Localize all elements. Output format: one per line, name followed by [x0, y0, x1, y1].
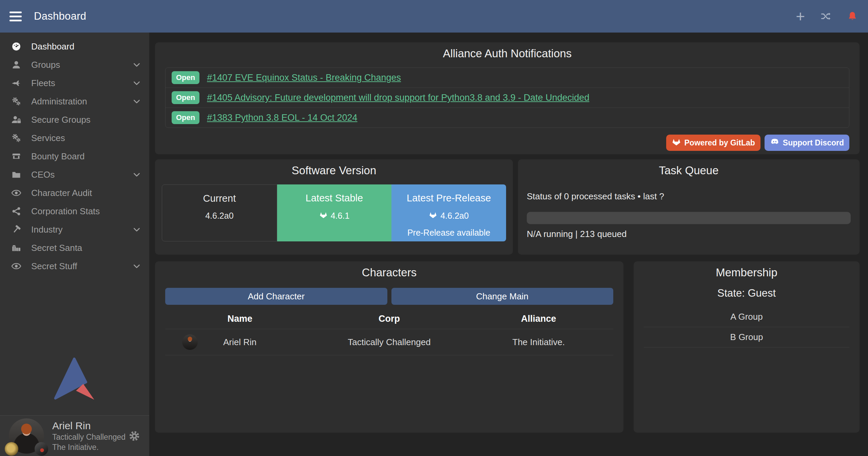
- settings-gear-icon[interactable]: [128, 430, 140, 442]
- sidebar-item-services[interactable]: Services: [0, 129, 149, 147]
- gears-icon: [10, 133, 22, 143]
- sidebar-item-fleets[interactable]: Fleets: [0, 74, 149, 92]
- sidebar-item-label: Secure Groups: [31, 115, 91, 125]
- folder-icon: [10, 170, 22, 180]
- character-row: Ariel RinTactically ChallengedThe Initia…: [165, 329, 613, 355]
- characters-table: NameCorpAlliance Ariel RinTactically Cha…: [165, 310, 613, 355]
- characters-actions: Add Character Change Main: [165, 288, 613, 305]
- sidebar-item-label: Corporation Stats: [31, 206, 100, 217]
- version-box-current: Current4.6.2a0: [162, 184, 277, 241]
- footer-badges: Powered by GitLabSupport Discord: [165, 135, 849, 151]
- character-avatar: [182, 334, 198, 350]
- sidebar-item-label: Dashboard: [31, 41, 74, 52]
- navbar-actions: +: [796, 11, 858, 22]
- version-box-label: Latest Stable: [306, 193, 363, 204]
- user-icon: [10, 60, 22, 70]
- notification-row: Open#1383 Python 3.8 EOL - 14 Oct 2024: [166, 107, 849, 127]
- bell-icon[interactable]: [847, 11, 858, 22]
- characters-panel: Characters Add Character Change Main Nam…: [155, 261, 623, 433]
- top-navbar: Dashboard +: [0, 0, 868, 33]
- chevron-down-icon: [132, 97, 141, 106]
- version-box-label: Current: [203, 193, 236, 204]
- status-badge: Open: [172, 71, 199, 84]
- shuffle-icon[interactable]: [820, 11, 832, 22]
- change-main-button[interactable]: Change Main: [391, 288, 614, 305]
- powered-by-gitlab-badge[interactable]: Powered by GitLab: [666, 135, 760, 151]
- gauge-icon: [10, 41, 22, 52]
- sidebar-nav: DashboardGroupsFleetsAdministrationSecur…: [0, 33, 149, 275]
- task-queue-line: N/A running | 213 queued: [527, 229, 851, 239]
- menu-toggle-icon[interactable]: [9, 12, 22, 21]
- membership-state: State: Guest: [644, 287, 849, 299]
- task-queue-panel: Task Queue Status of 0 processed tasks •…: [518, 159, 860, 255]
- sidebar-item-secure-groups[interactable]: Secure Groups: [0, 111, 149, 129]
- version-box-latest-pre-release: Latest Pre-Release4.6.2a0Pre-Release ava…: [391, 184, 506, 241]
- eye-icon: [10, 261, 22, 271]
- gifts-icon: [10, 243, 22, 253]
- version-boxes: Current4.6.2a0Latest Stable4.6.1Latest P…: [162, 184, 506, 241]
- chevron-down-icon: [132, 225, 141, 234]
- version-value: 4.6.2a0: [429, 211, 468, 221]
- alliance-auth-logo: [0, 356, 149, 401]
- user-avatar: [9, 418, 44, 454]
- characters-table-header: NameCorpAlliance: [165, 310, 613, 329]
- notification-link[interactable]: #1407 EVE Equinox Status - Breaking Chan…: [207, 73, 401, 83]
- software-version-title: Software Version: [162, 159, 506, 177]
- chevron-down-icon: [132, 60, 141, 69]
- sidebar-item-corporation-stats[interactable]: Corporation Stats: [0, 202, 149, 220]
- sidebar-item-bounty-board[interactable]: Bounty Board: [0, 147, 149, 165]
- sidebar-footer: Ariel Rin Tactically Challenged The Init…: [0, 356, 149, 456]
- notifications-list: Open#1407 EVE Equinox Status - Breaking …: [165, 67, 849, 128]
- sidebar-item-industry[interactable]: Industry: [0, 220, 149, 239]
- notifications-title: Alliance Auth Notifications: [165, 42, 849, 60]
- character-corp: Tactically Challenged: [314, 337, 464, 348]
- add-character-button[interactable]: Add Character: [165, 288, 387, 305]
- sidebar-item-label: Services: [31, 133, 65, 143]
- notification-row: Open#1405 Advisory: Future development w…: [166, 87, 849, 107]
- support-discord-badge[interactable]: Support Discord: [765, 135, 849, 151]
- membership-panel: Membership State: Guest A GroupB Group: [634, 261, 860, 433]
- sidebar-item-label: Bounty Board: [31, 151, 85, 162]
- column-header-alliance: Alliance: [464, 314, 613, 324]
- sidebar-item-administration[interactable]: Administration: [0, 92, 149, 111]
- page-title: Dashboard: [34, 10, 86, 22]
- sidebar-item-label: Secret Santa: [31, 243, 82, 253]
- sidebar-item-ceos[interactable]: CEOs: [0, 165, 149, 184]
- user-corp: Tactically Challenged: [52, 432, 126, 442]
- sidebar-item-secret-santa[interactable]: Secret Santa: [0, 239, 149, 257]
- column-header-name: Name: [165, 314, 314, 324]
- gitlab-icon: [429, 211, 437, 221]
- notification-link[interactable]: #1383 Python 3.8 EOL - 14 Oct 2024: [207, 113, 357, 123]
- task-queue-title: Task Queue: [527, 159, 851, 177]
- membership-groups: A GroupB Group: [644, 307, 849, 348]
- version-box-label: Latest Pre-Release: [407, 193, 491, 204]
- sidebar-item-label: Fleets: [31, 78, 55, 88]
- sidebar-item-label: Groups: [31, 60, 60, 70]
- user-panel: Ariel Rin Tactically Challenged The Init…: [0, 415, 149, 456]
- group-row-a-group: A Group: [644, 307, 849, 327]
- sidebar-item-groups[interactable]: Groups: [0, 56, 149, 74]
- notification-link[interactable]: #1405 Advisory: Future development will …: [207, 93, 589, 103]
- sidebar-item-label: Administration: [31, 96, 87, 107]
- software-version-panel: Software Version Current4.6.2a0Latest St…: [155, 159, 513, 255]
- user-info: Ariel Rin Tactically Challenged The Init…: [52, 419, 126, 452]
- badge-label: Support Discord: [783, 138, 844, 147]
- store-icon: [10, 151, 22, 161]
- add-icon[interactable]: +: [796, 11, 805, 21]
- eye-icon: [10, 188, 22, 198]
- characters-title: Characters: [165, 261, 613, 279]
- sidebar-item-label: Secret Stuff: [31, 261, 77, 272]
- sidebar-item-character-audit[interactable]: Character Audit: [0, 184, 149, 202]
- user-lock-icon: [10, 115, 22, 125]
- sidebar-item-label: CEOs: [31, 170, 55, 180]
- sidebar-item-dashboard[interactable]: Dashboard: [0, 37, 149, 56]
- chevron-down-icon: [132, 79, 141, 87]
- version-value: 4.6.2a0: [205, 211, 233, 221]
- sidebar-item-secret-stuff[interactable]: Secret Stuff: [0, 257, 149, 275]
- version-note: Pre-Release available: [407, 228, 490, 238]
- version-value: 4.6.1: [319, 211, 350, 221]
- sidebar-item-label: Industry: [31, 224, 63, 235]
- main-content: Alliance Auth Notifications Open#1407 EV…: [149, 33, 868, 456]
- gitlab-icon: [672, 137, 681, 148]
- badge-label: Powered by GitLab: [684, 138, 755, 147]
